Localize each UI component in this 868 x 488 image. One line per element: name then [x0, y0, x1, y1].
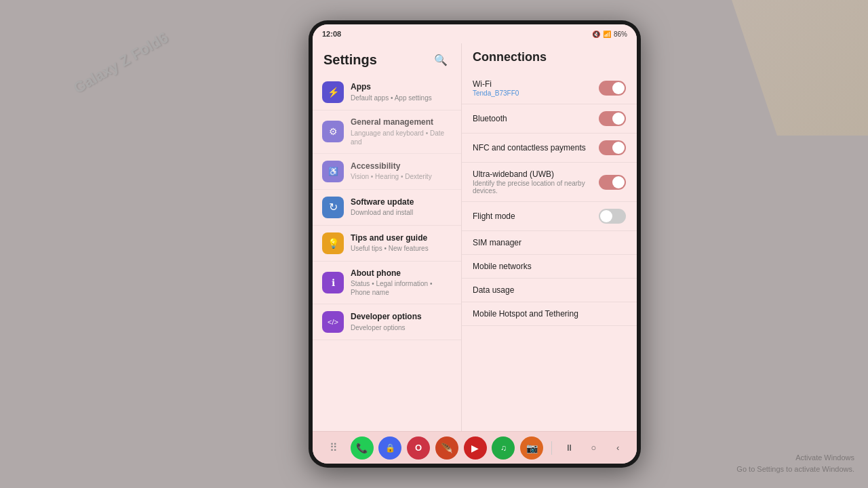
battery-label: 86%: [614, 30, 627, 38]
connection-item-nfc[interactable]: NFC and contactless payments: [462, 134, 637, 163]
box-label: Galaxy Z Fold6: [71, 29, 172, 98]
uwb-text: Ultra-wideband (UWB) Identify the precis…: [473, 169, 599, 195]
software-update-title: Software update: [351, 197, 452, 208]
apps-subtitle: Default apps • App settings: [351, 94, 452, 102]
nfc-toggle[interactable]: [599, 140, 626, 155]
dock-phone[interactable]: 📞: [351, 436, 374, 460]
accessibility-title: Accessibility: [351, 161, 452, 172]
connection-item-data-usage[interactable]: Data usage: [462, 279, 637, 302]
search-icon: 🔍: [434, 54, 448, 66]
back-button[interactable]: ‹: [608, 439, 627, 458]
wifi-text: Wi-Fi Tenda_B73FF0: [473, 79, 599, 97]
apps-icon: ⚡: [322, 81, 344, 103]
connections-panel: Connections Wi-Fi Tenda_B73FF0 Bluetooth: [462, 43, 637, 431]
flight-mode-title: Flight mode: [473, 211, 599, 221]
wifi-title: Wi-Fi: [473, 79, 599, 89]
accessibility-text: Accessibility Vision • Hearing • Dexteri…: [351, 161, 452, 182]
hotspot-text: Mobile Hotspot and Tethering: [473, 309, 626, 319]
hotspot-title: Mobile Hotspot and Tethering: [473, 309, 626, 319]
apps-text: Apps Default apps • App settings: [351, 82, 452, 102]
dock-vpn[interactable]: 🔒: [378, 436, 401, 460]
windows-watermark: Activate Windows Go to Settings to activ…: [736, 452, 854, 474]
general-management-text: General management Language and keyboard…: [351, 117, 452, 146]
dock-grid[interactable]: ⠿: [322, 436, 345, 460]
general-management-subtitle: Language and keyboard • Date and: [351, 129, 452, 146]
right-decoration: [641, 0, 868, 136]
bluetooth-toggle[interactable]: [599, 111, 626, 126]
software-update-text: Software update Download and install: [351, 197, 452, 218]
connection-item-wifi[interactable]: Wi-Fi Tenda_B73FF0: [462, 73, 637, 104]
wifi-network: Tenda_B73FF0: [473, 89, 599, 97]
search-button[interactable]: 🔍: [431, 50, 450, 69]
sidebar-item-about-phone[interactable]: ℹ About phone Status • Legal information…: [313, 262, 461, 305]
flight-mode-toggle[interactable]: [599, 209, 626, 224]
uwb-toggle[interactable]: [599, 175, 626, 190]
dock-spotify[interactable]: ♫: [492, 436, 515, 460]
mute-icon: 🔇: [592, 30, 600, 38]
nfc-title: NFC and contactless payments: [473, 143, 599, 152]
flight-mode-text: Flight mode: [473, 211, 599, 221]
about-phone-subtitle: Status • Legal information • Phone name: [351, 279, 452, 297]
general-management-icon: ⚙: [322, 121, 344, 142]
tips-icon: 💡: [322, 232, 344, 254]
status-time: 12:08: [322, 30, 341, 38]
recent-button[interactable]: ⏸: [560, 439, 579, 458]
watermark-line2: Go to Settings to activate Windows.: [736, 464, 854, 475]
tips-title: Tips and user guide: [351, 233, 452, 244]
bluetooth-text: Bluetooth: [473, 114, 599, 123]
nav-divider: [551, 441, 552, 455]
developer-options-subtitle: Developer options: [351, 323, 452, 332]
accessibility-subtitle: Vision • Hearing • Dexterity: [351, 172, 452, 181]
device-screen: 12:08 🔇 📶 86% Settings 🔍 ⚡: [313, 24, 637, 464]
connections-title: Connections: [462, 50, 637, 73]
mobile-networks-text: Mobile networks: [473, 262, 626, 271]
about-phone-text: About phone Status • Legal information •…: [351, 268, 452, 298]
software-update-subtitle: Download and install: [351, 208, 452, 217]
settings-header: Settings 🔍: [313, 43, 461, 75]
sidebar-item-tips[interactable]: 💡 Tips and user guide Useful tips • New …: [313, 226, 461, 262]
tips-subtitle: Useful tips • New features: [351, 244, 452, 253]
home-button[interactable]: ○: [584, 439, 603, 458]
sidebar-item-apps[interactable]: ⚡ Apps Default apps • App settings: [313, 75, 461, 110]
dock-opera[interactable]: O: [407, 436, 430, 460]
watermark-line1: Activate Windows: [736, 452, 854, 464]
sidebar-item-general-management[interactable]: ⚙ General management Language and keyboa…: [313, 110, 461, 154]
developer-options-text: Developer options Developer options: [351, 312, 452, 332]
connection-item-mobile-networks[interactable]: Mobile networks: [462, 255, 637, 279]
uwb-desc: Identify the precise location of nearby …: [473, 180, 599, 195]
dock-youtube[interactable]: ▶: [464, 436, 487, 460]
accessibility-icon: ♿: [322, 161, 344, 182]
data-usage-text: Data usage: [473, 285, 626, 295]
connection-item-sim-manager[interactable]: SIM manager: [462, 231, 637, 255]
tips-text: Tips and user guide Useful tips • New fe…: [351, 233, 452, 253]
mobile-networks-title: Mobile networks: [473, 262, 626, 271]
signal-icon: 📶: [603, 30, 611, 38]
apps-title: Apps: [351, 82, 452, 93]
bluetooth-title: Bluetooth: [473, 114, 599, 123]
sidebar-item-software-update[interactable]: ↻ Software update Download and install: [313, 190, 461, 226]
nfc-text: NFC and contactless payments: [473, 143, 599, 152]
status-icons: 🔇 📶 86%: [592, 30, 627, 38]
about-phone-title: About phone: [351, 268, 452, 279]
sim-manager-title: SIM manager: [473, 238, 626, 247]
settings-list: Settings 🔍 ⚡ Apps Default apps • App set…: [313, 43, 462, 431]
main-content: Settings 🔍 ⚡ Apps Default apps • App set…: [313, 43, 637, 431]
developer-options-title: Developer options: [351, 312, 452, 323]
dock-feather[interactable]: 🪶: [435, 436, 458, 460]
left-background: Galaxy Z Fold6: [0, 0, 309, 488]
about-phone-icon: ℹ: [322, 272, 344, 293]
device-frame: 12:08 🔇 📶 86% Settings 🔍 ⚡: [309, 20, 641, 468]
connection-item-hotspot[interactable]: Mobile Hotspot and Tethering: [462, 302, 637, 326]
connection-item-flight-mode[interactable]: Flight mode: [462, 202, 637, 231]
sidebar-item-developer-options[interactable]: </> Developer options Developer options: [313, 304, 461, 340]
connection-item-uwb[interactable]: Ultra-wideband (UWB) Identify the precis…: [462, 163, 637, 202]
connection-item-bluetooth[interactable]: Bluetooth: [462, 104, 637, 134]
wifi-toggle[interactable]: [599, 81, 626, 96]
status-bar: 12:08 🔇 📶 86%: [313, 24, 637, 43]
developer-options-icon: </>: [322, 311, 344, 333]
software-update-icon: ↻: [322, 197, 344, 218]
sidebar-item-accessibility[interactable]: ♿ Accessibility Vision • Hearing • Dexte…: [313, 154, 461, 190]
dock-photos[interactable]: 📷: [520, 436, 543, 460]
data-usage-title: Data usage: [473, 285, 626, 295]
general-management-title: General management: [351, 117, 452, 128]
